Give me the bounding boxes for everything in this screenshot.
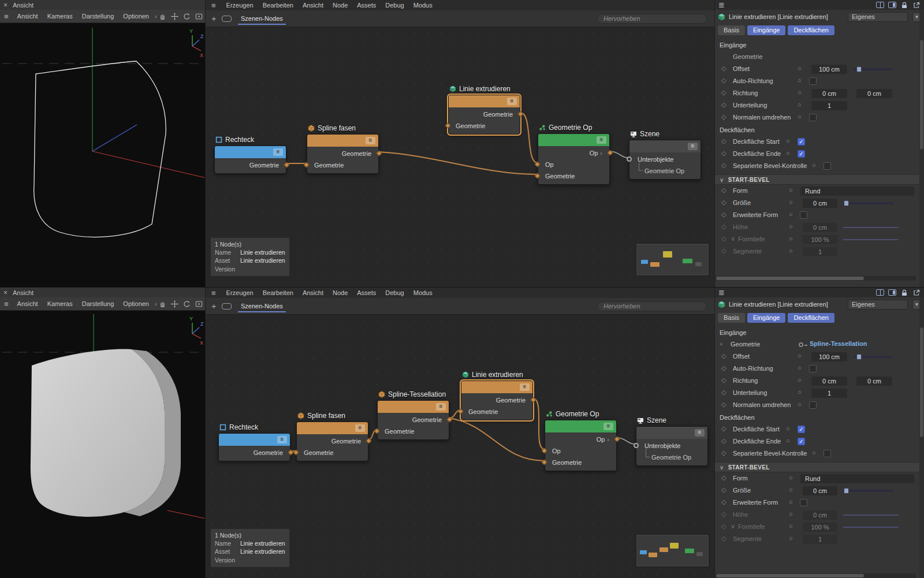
port-dot-icon[interactable]: ○ [786, 425, 790, 432]
port-dot-icon[interactable]: ○ [789, 211, 793, 218]
port-dot-icon[interactable]: ○ [798, 352, 802, 359]
node-menu-icon[interactable]: ≡ [355, 424, 365, 432]
menu-ansicht[interactable]: Ansicht [298, 289, 328, 296]
node-header[interactable]: ≡ [297, 422, 368, 434]
tab-eingaenge[interactable]: Eingänge [747, 25, 786, 35]
groesse-slider[interactable] [843, 490, 894, 492]
node-menu-icon[interactable]: ≡ [695, 429, 705, 437]
panel-menu-icon[interactable]: ≣ [718, 1, 725, 9]
node-geometrie-op[interactable]: Geometrie Op ≡ Op› Op Geometrie [538, 133, 610, 185]
node-geometrie-op[interactable]: Geometrie Op ≡ Op› Op Geometrie [545, 420, 617, 471]
node-menu-icon[interactable]: ≡ [507, 98, 517, 105]
input-port-geometrie[interactable] [535, 173, 541, 179]
node-rechteck[interactable]: Rechteck ≡ Geometrie [214, 146, 286, 174]
start-bevel-group-header[interactable]: ∨ START-BEVEL [715, 462, 924, 472]
node-menu-icon[interactable]: ≡ [436, 403, 446, 411]
cap-ende-checkbox[interactable]: ✓ [798, 150, 805, 158]
input-port-geometrie[interactable] [304, 162, 310, 168]
port-dot-icon[interactable]: ○ [789, 187, 793, 193]
menu-ansicht[interactable]: Ansicht [298, 2, 328, 9]
offset-field[interactable]: 100 cm [811, 65, 847, 74]
port-dot-icon[interactable]: ○ [798, 89, 802, 96]
cap-ende-checkbox[interactable]: ✓ [798, 438, 805, 445]
port-dot-icon[interactable]: ○ [798, 77, 802, 84]
chevron-right-icon[interactable]: › [720, 340, 722, 347]
move-icon[interactable] [170, 300, 179, 308]
tab-eingaenge[interactable]: Eingänge [747, 313, 786, 323]
node-menu-icon[interactable]: ≡ [366, 137, 375, 144]
minimap[interactable] [636, 534, 709, 567]
menu-ansicht[interactable]: Ansicht [13, 300, 43, 307]
unterteilung-field[interactable]: 1 [811, 389, 847, 398]
panel-menu-icon[interactable]: ≣ [718, 288, 725, 297]
close-icon[interactable]: × [3, 289, 8, 296]
tab-szenen-nodes[interactable]: Szenen-Nodes [236, 10, 288, 27]
offset-field[interactable]: 100 cm [811, 352, 847, 361]
richtung-x-field[interactable]: 0 cm [811, 89, 847, 98]
hamburger-icon[interactable]: ≡ [206, 289, 222, 297]
port-dot-icon[interactable]: ○ [786, 150, 790, 156]
unterteilung-field[interactable]: 1 [811, 101, 847, 110]
menu-optionen[interactable]: Optionen [118, 13, 154, 20]
menu-assets[interactable]: Assets [352, 289, 381, 296]
node-szene[interactable]: Szene ≡ Unterobjekte Geometrie Op [629, 140, 701, 180]
output-port-geometrie[interactable] [518, 111, 524, 117]
child-node-label[interactable]: Geometrie Op [651, 454, 691, 461]
node-menu-icon[interactable]: ≡ [273, 148, 283, 156]
tab-deckflaechen[interactable]: Deckflächen [788, 25, 834, 35]
auto-richtung-checkbox[interactable] [809, 365, 817, 372]
horizontal-scrollbar[interactable] [715, 276, 916, 281]
normalen-checkbox[interactable] [809, 114, 817, 121]
menu-bearbeiten[interactable]: Bearbeiten [258, 2, 298, 9]
menu-overflow-chevron[interactable]: › [154, 13, 158, 20]
node-spline-fasen[interactable]: Spline fasen ≡ Geometrie Geometrie [307, 134, 379, 174]
node-rechteck[interactable]: Rechteck ≡ Geometrie [218, 433, 290, 461]
menu-bearbeiten[interactable]: Bearbeiten [258, 289, 298, 296]
close-icon[interactable]: × [3, 2, 8, 9]
node-menu-icon[interactable]: ≡ [597, 136, 606, 144]
input-port-op[interactable] [535, 162, 541, 167]
node-header[interactable]: ≡ [545, 420, 616, 432]
menu-node[interactable]: Node [328, 289, 352, 296]
port-dot-icon[interactable]: ○ [789, 474, 793, 481]
vertical-scrollbar[interactable] [919, 10, 924, 287]
groesse-field[interactable]: 0 cm [803, 199, 837, 208]
tab-deckflaechen[interactable]: Deckflächen [788, 313, 834, 323]
add-tab-icon[interactable]: ＋ [210, 14, 218, 23]
port-dot-icon[interactable]: ○ [789, 199, 793, 206]
offset-slider[interactable] [854, 356, 893, 358]
offset-slider[interactable] [854, 68, 893, 70]
chevron-down-icon[interactable]: ∨ [731, 235, 735, 243]
menu-darstellung[interactable]: Darstellung [77, 300, 119, 307]
menu-debug[interactable]: Debug [381, 289, 408, 296]
frame-icon[interactable] [195, 12, 203, 21]
menu-optionen[interactable]: Optionen [118, 300, 154, 307]
frame-icon[interactable] [195, 300, 203, 308]
add-tab-icon[interactable]: ＋ [210, 302, 218, 310]
menu-erzeugen[interactable]: Erzeugen [222, 2, 258, 9]
search-input[interactable] [597, 301, 707, 311]
menu-node[interactable]: Node [328, 2, 352, 9]
input-port-geometrie[interactable] [374, 428, 380, 434]
output-port-geometrie[interactable] [531, 397, 536, 403]
node-menu-icon[interactable]: ≡ [688, 143, 698, 150]
port-dot-icon[interactable]: ○ [789, 486, 793, 493]
node-linie-extrudieren[interactable]: Linie extrudieren ≡ Geometrie Geometrie [461, 381, 533, 420]
groesse-slider[interactable] [843, 202, 894, 204]
pop-out-icon[interactable] [912, 1, 921, 9]
viewport-3d-canvas[interactable]: Y Z X [0, 23, 204, 287]
node-header[interactable]: ≡ [636, 427, 707, 439]
node-spline-fasen[interactable]: Spline fasen ≡ Geometrie Geometrie [296, 422, 368, 461]
input-port-geometrie[interactable] [458, 409, 464, 415]
port-dot-icon[interactable]: ○ [812, 449, 816, 456]
node-linie-extrudieren[interactable]: Linie extrudieren ≡ Geometrie Geometrie [448, 95, 520, 135]
node-header[interactable]: ≡ [378, 401, 449, 413]
port-dot-icon[interactable]: ○ [789, 498, 793, 505]
port-dot-icon[interactable]: ○ [798, 113, 802, 120]
menu-kameras[interactable]: Kameras [43, 300, 77, 307]
preset-dropdown[interactable]: Eigenes [848, 12, 908, 22]
input-port-unterobjekte[interactable] [634, 443, 639, 448]
start-bevel-group-header[interactable]: ∨ START-BEVEL [715, 174, 924, 185]
port-dot-icon[interactable]: ○ [786, 437, 790, 444]
output-port-op[interactable] [614, 437, 620, 442]
